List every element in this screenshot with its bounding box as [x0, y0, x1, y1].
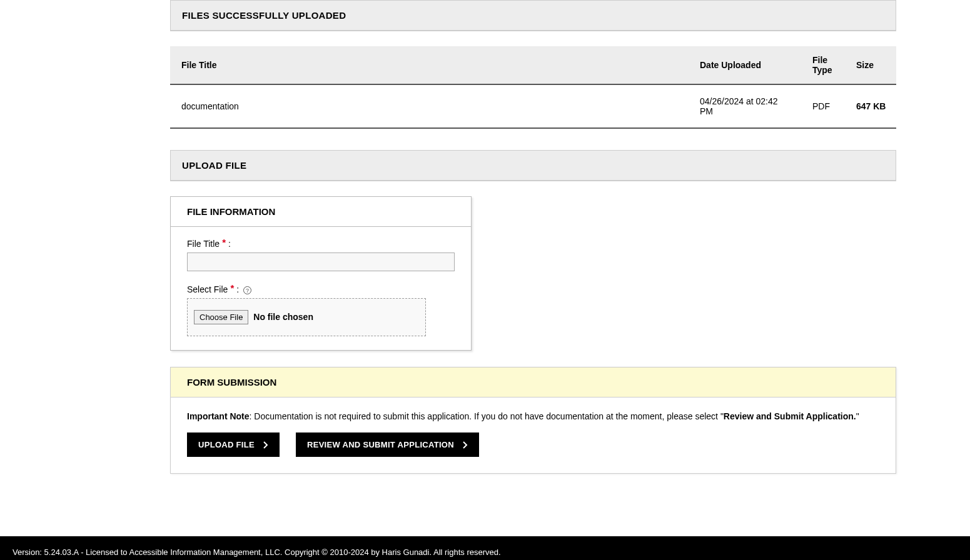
file-title-label-text: File Title [187, 239, 220, 249]
upload-file-panel: UPLOAD FILE [170, 150, 896, 181]
col-header-date-uploaded: Date Uploaded [690, 46, 802, 84]
file-information-title: FILE INFORMATION [187, 206, 455, 217]
review-submit-button[interactable]: REVIEW AND SUBMIT APPLICATION [296, 432, 479, 457]
chevron-right-icon [463, 441, 468, 449]
required-star-icon: * [228, 282, 234, 293]
form-submission-title: FORM SUBMISSION [187, 377, 879, 388]
page-footer: Version: 5.24.03.A - Licensed to Accessi… [0, 536, 970, 560]
file-information-header: FILE INFORMATION [171, 197, 471, 227]
cell-date-uploaded: 04/26/2024 at 02:42 PM [690, 84, 802, 128]
important-note-action: Review and Submit Application. [724, 411, 856, 421]
upload-file-button[interactable]: UPLOAD FILE [187, 432, 280, 457]
file-information-card: FILE INFORMATION File Title * : Select F… [170, 196, 472, 351]
important-note-end: " [856, 411, 859, 421]
required-star-icon: * [220, 237, 226, 248]
file-title-label: File Title * : [187, 238, 455, 249]
cell-size: 647 KB [846, 84, 896, 128]
cell-file-type: PDF [802, 84, 846, 128]
important-note-text: : Documentation is not required to submi… [250, 411, 724, 421]
select-file-label-text: Select File [187, 284, 228, 294]
upload-file-title: UPLOAD FILE [182, 160, 884, 171]
footer-text: Version: 5.24.03.A - Licensed to Accessi… [13, 548, 501, 557]
files-table: File Title Date Uploaded File Type Size … [170, 46, 896, 129]
upload-file-button-label: UPLOAD FILE [198, 440, 255, 449]
files-uploaded-title: FILES SUCCESSFULLY UPLOADED [182, 10, 884, 21]
upload-file-header: UPLOAD FILE [171, 151, 896, 181]
important-note: Important Note: Documentation is not req… [187, 411, 879, 421]
form-submission-panel: FORM SUBMISSION Important Note: Document… [170, 367, 896, 474]
col-header-file-type: File Type [802, 46, 846, 84]
no-file-chosen-text: No file chosen [253, 312, 313, 322]
col-header-file-title: File Title [170, 46, 690, 84]
important-note-label: Important Note [187, 411, 250, 421]
select-file-label: Select File * : ? [187, 284, 455, 294]
form-submission-header: FORM SUBMISSION [171, 368, 896, 398]
files-uploaded-panel: FILES SUCCESSFULLY UPLOADED [170, 0, 896, 31]
file-drop-zone[interactable]: Choose File No file chosen [187, 298, 426, 336]
col-header-size: Size [846, 46, 896, 84]
table-row: documentation 04/26/2024 at 02:42 PM PDF… [170, 84, 896, 128]
help-icon[interactable]: ? [243, 286, 251, 294]
file-title-input[interactable] [187, 252, 455, 271]
review-submit-button-label: REVIEW AND SUBMIT APPLICATION [307, 440, 454, 449]
files-uploaded-header: FILES SUCCESSFULLY UPLOADED [171, 1, 896, 31]
cell-file-title: documentation [170, 84, 690, 128]
choose-file-button[interactable]: Choose File [194, 310, 248, 324]
chevron-right-icon [263, 441, 268, 449]
